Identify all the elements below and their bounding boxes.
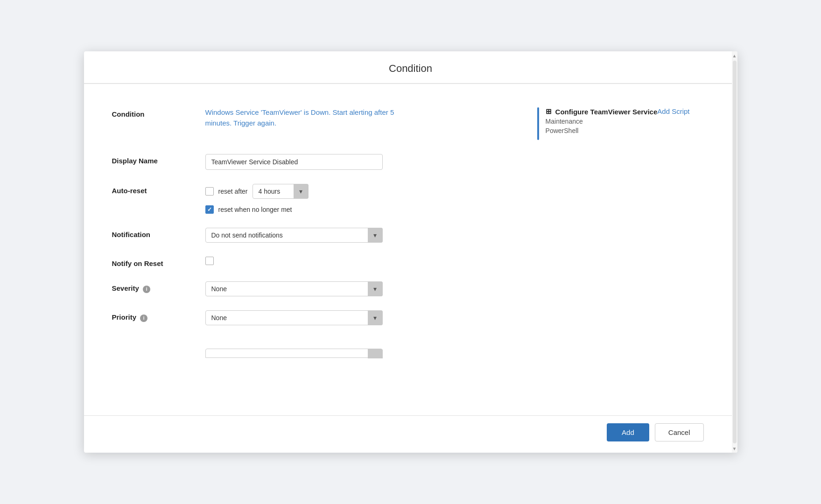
condition-text-block: Windows Service 'TeamViewer' is Down. St… [205,107,519,128]
reset-after-text: reset after [218,188,248,195]
condition-row: Condition Windows Service 'TeamViewer' i… [112,107,704,140]
add-button[interactable]: Add [607,423,649,441]
notification-select-wrapper: Do not send notifications Send notificat… [205,228,383,243]
hours-select-wrapper: 1 hour 2 hours 4 hours 8 hours 24 hours [253,184,309,199]
reset-after-checkbox[interactable] [205,187,214,196]
cancel-button[interactable]: Cancel [655,423,704,441]
notify-on-reset-label: Notify on Reset [112,257,205,267]
priority-label: Priority i [112,310,205,322]
partial-row [112,339,704,358]
modal-footer: Add Cancel [84,415,732,453]
display-name-content [205,154,704,170]
condition-side-maintenance: Maintenance [546,118,658,125]
hours-select[interactable]: 1 hour 2 hours 4 hours 8 hours 24 hours [253,184,309,199]
auto-reset-content: reset after 1 hour 2 hours 4 hours 8 hou… [205,184,704,214]
notification-content: Do not send notifications Send notificat… [205,228,704,243]
notify-on-reset-checkbox[interactable] [205,257,214,265]
display-name-label: Display Name [112,154,205,165]
condition-side-panel: ⊞ Configure TeamViewer Service Maintenan… [537,107,658,140]
scroll-up-arrow[interactable]: ▲ [732,51,737,60]
condition-side-powershell: PowerShell [546,127,658,134]
severity-select[interactable]: None Low Medium High Critical [205,281,383,296]
auto-reset-row: Auto-reset reset after 1 hour 2 hours 4 … [112,184,704,214]
severity-row: Severity i None Low Medium High Critical [112,281,704,296]
condition-description: Windows Service 'TeamViewer' is Down. St… [205,107,401,128]
condition-label: Condition [112,107,205,118]
reset-when-checkbox[interactable] [205,205,214,214]
severity-label: Severity i [112,281,205,293]
notify-on-reset-row: Notify on Reset [112,257,704,267]
scroll-down-arrow[interactable]: ▼ [732,444,737,453]
display-name-input[interactable] [205,154,383,170]
reset-when-text: reset when no longer met [218,206,292,213]
notify-on-reset-content [205,257,704,266]
severity-info-icon[interactable]: i [143,286,150,293]
display-name-row: Display Name [112,154,704,170]
windows-icon: ⊞ [546,107,552,116]
modal-title: Condition [84,63,737,75]
severity-select-wrapper: None Low Medium High Critical [205,281,383,296]
scroll-track [733,61,737,443]
scrollbar[interactable]: ▲ ▼ [732,51,737,453]
priority-content: None Low Medium High Critical [205,310,704,325]
condition-side-title: ⊞ Configure TeamViewer Service [546,107,658,116]
reset-after-line: reset after 1 hour 2 hours 4 hours 8 hou… [205,184,704,199]
notification-row: Notification Do not send notifications S… [112,228,704,243]
add-script-link[interactable]: Add Script [657,107,703,115]
notification-label: Notification [112,228,205,238]
priority-select-wrapper: None Low Medium High Critical [205,310,383,325]
auto-reset-label: Auto-reset [112,184,205,195]
priority-info-icon[interactable]: i [140,315,147,322]
condition-modal: ▲ ▼ Condition Condition Windows Service … [84,51,737,453]
priority-row: Priority i None Low Medium High Critical [112,310,704,325]
header-divider [84,84,737,84]
notification-select[interactable]: Do not send notifications Send notificat… [205,228,383,243]
priority-select[interactable]: None Low Medium High Critical [205,310,383,325]
modal-header: Condition [84,51,737,84]
condition-bar-indicator [537,107,539,140]
condition-box: ⊞ Configure TeamViewer Service Maintenan… [546,107,658,134]
reset-when-line: reset when no longer met [205,205,704,214]
modal-body: Condition Windows Service 'TeamViewer' i… [84,93,732,415]
condition-row-content: Windows Service 'TeamViewer' is Down. St… [205,107,704,140]
severity-content: None Low Medium High Critical [205,281,704,296]
